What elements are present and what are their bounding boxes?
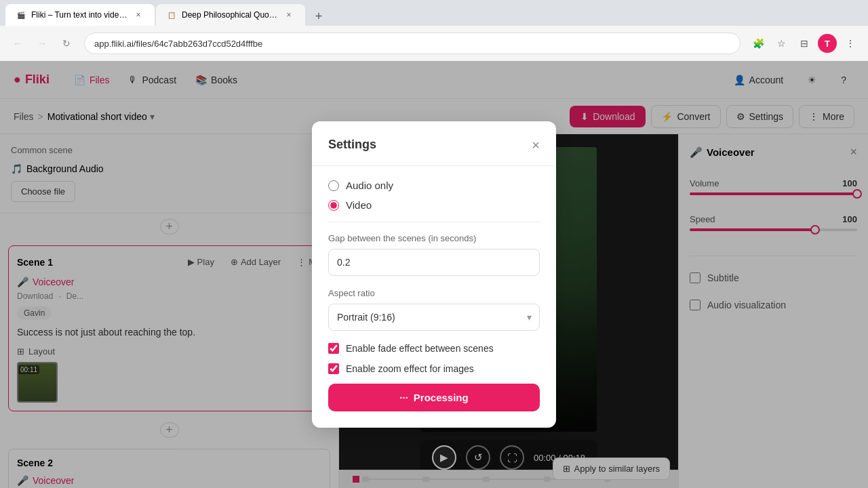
zoom-effect-checkbox[interactable] <box>328 363 339 374</box>
audio-only-row: Audio only <box>328 180 540 191</box>
extensions-button[interactable]: 🧩 <box>749 34 768 53</box>
gap-input[interactable] <box>328 249 540 276</box>
browser-tab-2[interactable]: 📋 Deep Philosophical Quotes × <box>156 4 305 26</box>
tab-title-1: Fliki – Turn text into videos wi... <box>31 10 127 20</box>
tab-title-2: Deep Philosophical Quotes <box>182 10 278 20</box>
video-label: Video <box>346 199 372 211</box>
bookmark-button[interactable]: ☆ <box>772 34 791 53</box>
modal-header: Settings × <box>328 138 540 152</box>
tab-favicon-1: 🎬 <box>16 10 26 20</box>
zoom-effect-label: Enable zoom effect for images <box>346 363 474 374</box>
back-button[interactable]: ← <box>8 34 27 53</box>
modal-divider <box>312 165 556 166</box>
fade-effect-checkbox[interactable] <box>328 343 339 354</box>
audio-only-radio[interactable] <box>328 180 339 191</box>
fade-effect-row: Enable fade effect between scenes <box>328 343 540 354</box>
gap-label: Gap between the scenes (in seconds) <box>328 233 540 243</box>
modal-title: Settings <box>328 138 376 152</box>
menu-button[interactable]: ⋮ <box>841 34 860 53</box>
tab-close-1[interactable]: × <box>133 9 144 20</box>
tab-search-button[interactable]: ⊟ <box>795 34 814 53</box>
modal-close-button[interactable]: × <box>532 138 540 152</box>
video-row: Video <box>328 199 540 211</box>
processing-label: Processing <box>414 392 469 403</box>
modal-overlay[interactable]: Settings × Audio only Video Gap between … <box>0 61 868 488</box>
forward-button[interactable]: → <box>33 34 52 53</box>
settings-modal: Settings × Audio only Video Gap between … <box>312 121 556 428</box>
gap-group: Gap between the scenes (in seconds) <box>328 233 540 276</box>
new-tab-button[interactable]: + <box>309 7 328 26</box>
modal-inner-divider <box>328 222 540 222</box>
browser-tab-1[interactable]: 🎬 Fliki – Turn text into videos wi... × <box>5 4 155 26</box>
processing-icon: ··· <box>399 392 408 403</box>
zoom-effect-row: Enable zoom effect for images <box>328 363 540 374</box>
aspect-ratio-select-wrapper: Portrait (9:16) Landscape (16:9) Square … <box>328 304 540 331</box>
video-radio[interactable] <box>328 200 339 211</box>
browser-chrome: 🎬 Fliki – Turn text into videos wi... × … <box>0 0 868 61</box>
fade-effect-label: Enable fade effect between scenes <box>346 343 494 354</box>
aspect-ratio-select[interactable]: Portrait (9:16) Landscape (16:9) Square … <box>328 304 540 331</box>
audio-only-label: Audio only <box>346 180 393 191</box>
reload-button[interactable]: ↻ <box>57 34 76 53</box>
tab-close-2[interactable]: × <box>283 9 294 20</box>
profile-button[interactable]: T <box>818 34 837 53</box>
aspect-ratio-label: Aspect ratio <box>328 288 540 298</box>
address-text: app.fliki.ai/files/64c7abb263d7ccd52d4ff… <box>94 39 262 49</box>
aspect-ratio-group: Aspect ratio Portrait (9:16) Landscape (… <box>328 288 540 331</box>
processing-button[interactable]: ··· Processing <box>328 384 540 411</box>
tab-favicon-2: 📋 <box>167 10 176 20</box>
address-bar[interactable]: app.fliki.ai/files/64c7abb263d7ccd52d4ff… <box>84 33 741 54</box>
